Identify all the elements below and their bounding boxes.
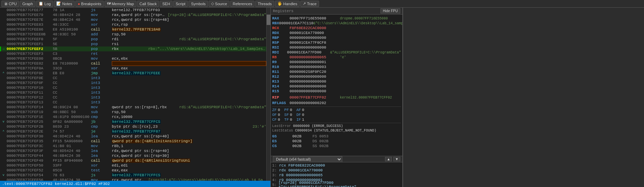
register-value[interactable]: 00007FF716E55080 (290, 16, 340, 20)
threads-button[interactable]: Threads (255, 1, 274, 7)
row-address: 00007FEB77CFEEF1 (6, 42, 53, 46)
disasm-row[interactable]: 00007FEB77CFEEE0B48:83EC 50addrsp,50 (0, 32, 266, 37)
disasm-row[interactable]: 00007FEB77CFEE02E8 76100000call (0, 61, 266, 66)
seg-val1[interactable]: 002B (292, 144, 310, 148)
register-value[interactable]: 000001CEA77F0CF8 (290, 41, 340, 45)
register-value[interactable]: 0000000000000001 (290, 60, 340, 64)
disasm-row[interactable]: 00007FEB77CFEEF05Fpoprdirdi:&"ALLUSERSPR… (0, 37, 266, 42)
hide-fpu-button[interactable]: Hide FPU (380, 8, 400, 14)
seg-val1[interactable]: 002B (292, 134, 310, 138)
disasm-row[interactable]: 00007FEB77CFEEF15Epoprsi (0, 42, 266, 46)
row-operands: rcx,rsp (112, 23, 266, 27)
register-value[interactable]: 000001CEA77C110 (279, 21, 313, 25)
graph-button[interactable]: Graph (20, 1, 35, 7)
row-operands: byte ptr ds:[rcx],23 (112, 125, 250, 129)
symbols-label: Symbols (191, 2, 206, 6)
references-button[interactable]: References (230, 1, 254, 7)
memory-map-button[interactable]: 🗺 Memory Map (104, 1, 136, 7)
register-value[interactable]: 000001CEA77FD00 (287, 50, 330, 54)
disasm-row[interactable]: 00007FEB77CFEEF3C3ret (0, 51, 266, 56)
disasm-row[interactable]: 00007FEB77CFEF5285C0testeax,eax (0, 168, 266, 173)
log-button[interactable]: 📋 Log (36, 1, 53, 7)
disasm-row[interactable]: 00007FEB77CFEF1E48:81F9 00000100cmprcx,1… (0, 114, 266, 119)
disasm-row[interactable]: 00007FEB77CFEF0FCCint3 (0, 80, 266, 85)
disasm-row[interactable]: 00007FEB77CFEF13CCint3 (0, 100, 266, 105)
handles-button[interactable]: 🖐 Handles (275, 1, 300, 7)
disasm-row[interactable]: 00007FEB77CFEF49FF15 8F940600callqword p… (0, 158, 266, 163)
disasm-lines[interactable]: 00007FEB77CFEE7778 1Ajskernel32.7FFEB77C… (0, 8, 266, 181)
disasm-row[interactable]: 00007FEB77CFEF3048:8D4C24 40learcx,qword… (0, 134, 266, 139)
disasm-row[interactable]: 00007FEB77CFEF3F48:8D5424 40leardx,qword… (0, 148, 266, 153)
cpu-button[interactable]: 🖥 CPU (1, 1, 19, 7)
disasm-row[interactable]: 00007FEB77CFEE7778 1Ajskernel32.7FFEB77C… (0, 8, 266, 12)
disasm-row[interactable]: ^00007FEB77CFEF0CEB E0jmpkernel32.7FFEB7… (0, 71, 266, 76)
register-value[interactable]: 0000000000000065 (290, 55, 340, 59)
register-value[interactable]: 0000000000000000 (290, 75, 340, 79)
trace-button[interactable]: ↗ Trace (300, 1, 319, 7)
register-value[interactable]: 0000000000000000 (290, 89, 340, 93)
register-value[interactable]: 0000000000000000 (290, 45, 340, 50)
call-stack-button[interactable]: Call Stack (137, 1, 159, 7)
row-mnemonic: int3 (91, 100, 112, 104)
disasm-scrollbar-thumb[interactable] (267, 15, 270, 25)
disasm-row[interactable]: 00007FEB77CFEE8348:33CCxorrcx,rsp (0, 22, 266, 27)
registers-scroll[interactable]: RAX00007FF716E55080dropme.00007FF716E550… (271, 15, 402, 156)
disasm-row[interactable]: 00007FEB77CFEE7948:8B4424 28movrax,qword… (0, 12, 266, 17)
disasm-row[interactable]: 00007FEB77CFEF3C41:B0 01movr8b,1 (0, 144, 266, 148)
disasm-row[interactable]: 00007FEB77CFEF1940:8BEC 50subrsp,50 (0, 110, 266, 114)
register-value[interactable]: 00000002S8F0FC20 (290, 70, 340, 74)
register-name: RBP (272, 36, 290, 40)
last-error-row: LastError 00000000 (ERROR_SUCCESS) (272, 124, 401, 128)
source-button[interactable]: ◇ Source (209, 1, 229, 7)
breakpoints-button[interactable]: ● Breakpoints (75, 1, 104, 7)
register-value[interactable]: 0000000000000003 (290, 65, 340, 69)
flag-name: AF (296, 108, 301, 112)
disasm-row[interactable]: ^00007FEB77CFEF2E74 57jekernel32.7FFEB77… (0, 129, 266, 134)
disasm-row[interactable]: 00007FEB77CFEF2B8039 23cmpbyte ptr ds:[r… (0, 124, 266, 129)
call-target: kernel32.7FFEB77E18A0 (112, 27, 161, 32)
register-value[interactable]: 000001CEA770000 (290, 31, 340, 35)
register-value[interactable]: 0000000000000000 (290, 36, 340, 40)
disasm-row[interactable]: 00007FEB77CFEF5033FFxoredi,edi (0, 163, 266, 168)
disasm-row[interactable]: 00007FEB77CFEF0A33C0xoreax,eax (0, 66, 266, 71)
disasm-row[interactable]: 00007FEB77CFEF4448:8B4C24 30learcx,qword… (0, 153, 266, 158)
disasm-row[interactable]: 00007FEB77CFEF12CCint3 (0, 95, 266, 100)
register-value[interactable]: 0000000000000000 (290, 79, 340, 84)
register-value[interactable]: F8F68E822CAC0000 (290, 26, 340, 30)
seg-val1[interactable]: 002B (292, 139, 310, 143)
disasm-scrollbar[interactable] (266, 8, 270, 181)
cpu-icon: 🖥 (4, 2, 8, 6)
disasm-row[interactable]: 00007FEB77CFEE7E48:8B4C24 48movrcx,qword… (0, 17, 266, 22)
callstack-dropdown[interactable]: Default (x64 fastcall) (273, 156, 342, 162)
callstack-down-button[interactable]: ▼ (393, 157, 400, 161)
callstack-up-button[interactable]: ▲ (385, 157, 392, 161)
callstack-row: 5: [rsp+28] 000001CEA77FD00 &"ALLUSERSPR… (272, 182, 401, 187)
rflags-value[interactable]: 0000000000000202 (290, 101, 340, 105)
disasm-row[interactable]: →00007FEB77CFEEF25Bpoprbxrbx:"...\\Users… (0, 46, 266, 51)
row-operands: edi,edi (112, 163, 266, 168)
disasm-row[interactable]: 00007FEB77CFEF35FF15 5A9G0600callqword p… (0, 139, 266, 144)
disasm-row[interactable]: 00007FEB77CFEE008BCBmovecx,ebx (0, 56, 266, 61)
notes-button[interactable]: 📝 Notes (54, 1, 75, 7)
rip-value[interactable]: 00007FFEB77CFF02 (290, 95, 340, 100)
callstack-num: 3: (272, 173, 279, 177)
row-comment: rdi:&"ALLUSERSPROFILE=C:\\ProgramData" (179, 37, 266, 41)
disasm-row[interactable]: v00007FEB77CFEF250F82 0A000000jbkernel32… (0, 119, 266, 124)
disasm-row[interactable]: 00007FEB77CFEF5648:8B4C24 38movrcx,qword… (0, 178, 266, 181)
registers-panel: Registers Hide FPU RAX00007FF716E55080dr… (271, 8, 403, 187)
fwd-arrow: v (2, 173, 4, 177)
row-operands: rcx,qword ptr ss:[rsp+40] (112, 134, 266, 138)
register-value[interactable]: 0000000000000000 (290, 84, 340, 88)
disasm-row[interactable]: 00007FEB77CFEF0ECCint3 (0, 76, 266, 80)
segment-register-row: ES 002B DS 002B (272, 139, 401, 144)
disasm-row[interactable]: 00007FEB77CFEE86E8 A5190100callkernel32.… (0, 27, 266, 32)
register-comment: &"ALLUSERSPROFILE=C:\\ProgramData" (330, 51, 401, 54)
disasm-row[interactable]: 00007FEB77CFEF11CCint3 (0, 90, 266, 95)
disasm-row[interactable]: 00007FEB77CFEF1448:89C24 08movqword ptr … (0, 105, 266, 110)
register-row: RBX000001CEA77C110&"C:\\Users\\AdminELS\… (272, 21, 401, 26)
disasm-row[interactable]: v00007FEB77CFEF5478 63jskernel32.7FFEB77… (0, 173, 266, 178)
symbols-button[interactable]: Symbols (189, 1, 208, 7)
seh-button[interactable]: SEH (160, 1, 173, 7)
script-button[interactable]: Script (173, 1, 188, 7)
disasm-row[interactable]: 00007FEB77CFEF10CCint3 (0, 85, 266, 90)
